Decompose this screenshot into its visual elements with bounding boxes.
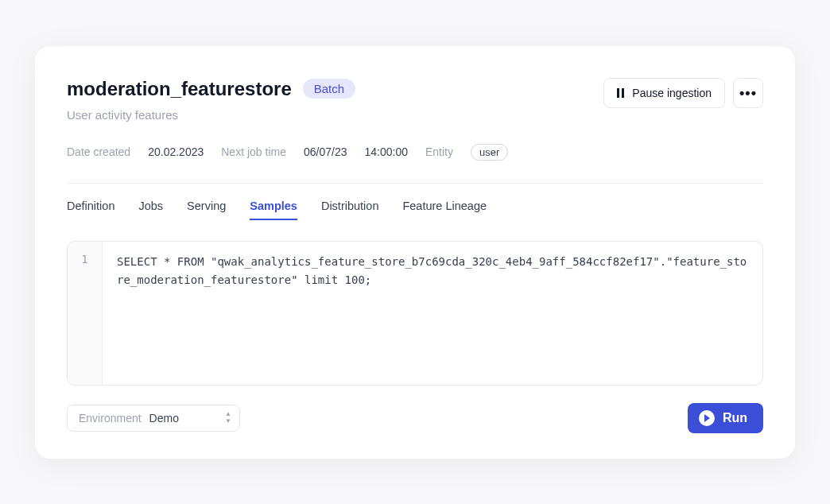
play-icon — [699, 410, 715, 426]
page-title: moderation_featurestore — [67, 78, 292, 100]
stepper-icon: ▲▼ — [225, 411, 231, 425]
tab-serving[interactable]: Serving — [187, 200, 226, 220]
run-label: Run — [723, 411, 747, 425]
pause-ingestion-label: Pause ingestion — [632, 87, 712, 99]
tab-feature-lineage[interactable]: Feature Lineage — [402, 200, 487, 220]
title-block: moderation_featurestore Batch User activ… — [67, 78, 355, 122]
run-button[interactable]: Run — [688, 403, 763, 433]
editor-code[interactable]: SELECT * FROM "qwak_analytics_feature_st… — [103, 242, 762, 385]
entity-chip[interactable]: user — [471, 144, 508, 161]
title-line: moderation_featurestore Batch — [67, 78, 355, 100]
feature-store-panel: moderation_featurestore Batch User activ… — [35, 46, 795, 459]
tab-definition[interactable]: Definition — [67, 200, 114, 220]
more-icon: ••• — [739, 86, 757, 100]
next-job-date: 06/07/23 — [304, 145, 347, 158]
header-row: moderation_featurestore Batch User activ… — [67, 78, 763, 122]
tab-jobs[interactable]: Jobs — [138, 200, 163, 220]
tab-distribution[interactable]: Distribution — [321, 200, 379, 220]
type-badge: Batch — [303, 79, 355, 99]
tab-samples[interactable]: Samples — [250, 200, 297, 220]
more-actions-button[interactable]: ••• — [733, 78, 763, 108]
next-job-label: Next job time — [221, 145, 286, 158]
pause-ingestion-button[interactable]: Pause ingestion — [603, 78, 725, 108]
sql-editor[interactable]: 1 SELECT * FROM "qwak_analytics_feature_… — [67, 241, 763, 386]
date-created-label: Date created — [67, 145, 130, 158]
divider — [67, 183, 763, 184]
environment-value: Demo — [149, 412, 179, 425]
environment-label: Environment — [79, 412, 142, 425]
editor-gutter: 1 — [68, 242, 103, 385]
footer-row: Environment Demo ▲▼ Run — [67, 403, 763, 433]
line-number: 1 — [68, 253, 102, 266]
meta-row: Date created 20.02.2023 Next job time 06… — [67, 144, 763, 161]
header-actions: Pause ingestion ••• — [603, 78, 763, 108]
date-created-value: 20.02.2023 — [148, 145, 204, 158]
entity-label: Entity — [425, 145, 453, 158]
environment-select[interactable]: Environment Demo ▲▼ — [67, 405, 240, 432]
page-subtitle: User activity features — [67, 108, 355, 122]
next-job-time: 14:00:00 — [364, 145, 408, 158]
tabs: Definition Jobs Serving Samples Distribu… — [67, 200, 763, 220]
pause-icon — [617, 88, 624, 98]
